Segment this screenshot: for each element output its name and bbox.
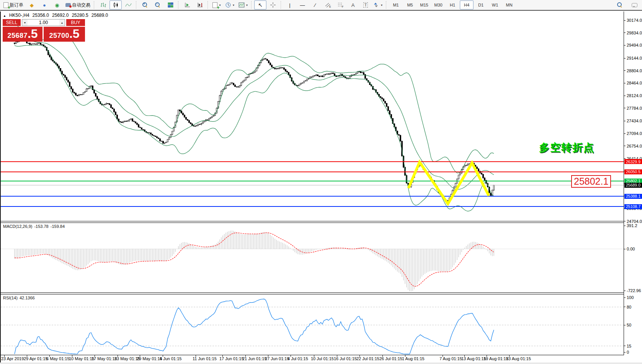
autotrading-button[interactable]: 自动交易 bbox=[64, 0, 92, 10]
rsi-tick-label: 100 bbox=[627, 295, 634, 300]
horizontal-line-icon: — bbox=[300, 3, 305, 8]
text-tool-button[interactable]: A bbox=[347, 0, 359, 10]
price-tick-label: 29834.0 bbox=[627, 31, 642, 35]
ohlc-high: 25692.0 bbox=[52, 13, 69, 18]
periods-button[interactable]: ▾ bbox=[223, 0, 236, 10]
turning-point-annotation[interactable]: 多空转折点 bbox=[539, 141, 595, 154]
auto-scroll-button[interactable] bbox=[181, 0, 193, 10]
time-tick-label: 1 Aug 01:15 bbox=[402, 356, 425, 361]
fibonacci-icon: F bbox=[337, 2, 344, 8]
price-tick bbox=[624, 45, 626, 46]
macd-tick-label: -722.96 bbox=[627, 288, 641, 293]
pane-divider[interactable] bbox=[0, 221, 624, 221]
community-icon: ● bbox=[43, 3, 46, 8]
channel-tool-button[interactable]: E bbox=[322, 0, 334, 10]
toolbar-separator bbox=[94, 1, 95, 9]
trendline-tool-button[interactable]: ∕ bbox=[309, 0, 321, 10]
toolbar-separator bbox=[281, 1, 282, 9]
community-button[interactable]: ● bbox=[38, 0, 51, 10]
bar-chart-button[interactable] bbox=[97, 0, 109, 10]
timeframe-h4[interactable]: H4 bbox=[460, 0, 474, 10]
macd-pane-canvas[interactable] bbox=[0, 223, 624, 292]
toolbar-separator bbox=[178, 1, 180, 9]
chart-shift-icon bbox=[197, 2, 203, 8]
timeframe-m5[interactable]: M5 bbox=[403, 0, 417, 10]
buy-price-fraction: .5 bbox=[69, 28, 80, 39]
chevron-down-icon: ▾ bbox=[233, 3, 234, 7]
volume-up-button[interactable]: ▲ bbox=[59, 20, 65, 26]
price-tick bbox=[624, 133, 626, 134]
ohlc-low: 25280.5 bbox=[72, 13, 88, 18]
templates-button[interactable]: ▾ bbox=[237, 0, 250, 10]
rsi-pane-canvas[interactable] bbox=[0, 294, 624, 355]
pane-divider[interactable] bbox=[0, 294, 624, 294]
price-tick bbox=[624, 221, 626, 221]
timeframe-m30[interactable]: M30 bbox=[431, 0, 445, 10]
new-order-button[interactable]: 新订单 bbox=[2, 0, 25, 10]
vertical-line-tool-button[interactable]: | bbox=[284, 0, 296, 10]
crosshair-tool-button[interactable] bbox=[267, 0, 279, 10]
timeframe-m1[interactable]: M1 bbox=[389, 0, 403, 10]
toolbar-separator bbox=[207, 1, 209, 9]
zoom-out-button[interactable]: − bbox=[152, 0, 164, 10]
time-tick-label: 29 May 01:15 bbox=[137, 356, 162, 361]
sell-button[interactable]: SELL bbox=[3, 19, 21, 26]
timeframe-d1[interactable]: D1 bbox=[474, 0, 488, 10]
toolbar-separator bbox=[136, 1, 137, 9]
price-tick-label: 28124.0 bbox=[627, 93, 642, 98]
volume-down-button[interactable]: ▼ bbox=[22, 20, 28, 26]
line-chart-icon bbox=[125, 2, 132, 8]
cursor-icon: ↖ bbox=[258, 2, 263, 8]
line-chart-button[interactable] bbox=[122, 0, 134, 10]
timeframe-h1[interactable]: H1 bbox=[446, 0, 459, 10]
time-tick-label: 22 Jul 01:15 bbox=[356, 356, 379, 361]
buy-price-button[interactable]: 25700.5 bbox=[44, 27, 85, 42]
main-chart-canvas[interactable] bbox=[0, 11, 624, 221]
arrows-tool-button[interactable]: ▾ bbox=[372, 0, 384, 10]
buy-button[interactable]: BUY bbox=[66, 19, 85, 26]
time-tick-label: 10 Jul 01:15 bbox=[311, 356, 334, 361]
time-tick-label: 26 Jul 01:15 bbox=[379, 356, 402, 361]
price-tick-label: 28804.0 bbox=[627, 68, 642, 73]
text-icon: A bbox=[351, 3, 355, 8]
volume-value[interactable]: 1.00 bbox=[28, 20, 59, 26]
tile-windows-button[interactable] bbox=[164, 0, 176, 10]
rsi-tick bbox=[624, 352, 626, 353]
candlestick-chart-button[interactable] bbox=[109, 0, 122, 10]
horizontal-line-tool-button[interactable]: — bbox=[296, 0, 309, 10]
label-tool-button[interactable]: T bbox=[359, 0, 372, 10]
terminal-window: 新订单 ◆ ● ◉ 自动交易 + − bbox=[0, 0, 642, 364]
indicators-button[interactable]: ▾ bbox=[211, 0, 223, 10]
chart-shift-button[interactable] bbox=[194, 0, 206, 10]
price-tick bbox=[624, 121, 626, 121]
price-tick bbox=[624, 58, 626, 58]
candlestick-chart-icon bbox=[113, 2, 119, 8]
collapse-panel-icon[interactable]: ▲ bbox=[3, 14, 6, 18]
macd-label: MACD(12,26,9) -153.78 -159.84 bbox=[3, 224, 65, 229]
autotrading-label: 自动交易 bbox=[72, 2, 90, 8]
pane-divider[interactable] bbox=[0, 223, 624, 223]
buy-price-main: 25700 bbox=[49, 32, 69, 40]
timeframe-m15[interactable]: M15 bbox=[417, 0, 431, 10]
metaeditor-button[interactable]: ◆ bbox=[26, 0, 38, 10]
zoom-in-button[interactable]: + bbox=[139, 0, 151, 10]
macd-name: MACD(12,26,9) bbox=[3, 224, 32, 229]
level-price-label: 26050.5 bbox=[624, 169, 642, 174]
big-price-label[interactable]: 25802.1 bbox=[571, 175, 611, 188]
time-tick-label: 16 Jul 01:15 bbox=[334, 356, 357, 361]
price-tick-label: 27434.0 bbox=[627, 119, 642, 123]
signals-button[interactable]: ◉ bbox=[51, 0, 63, 10]
timeframe-w1[interactable]: W1 bbox=[488, 0, 502, 10]
fibonacci-tool-button[interactable]: F bbox=[334, 0, 346, 10]
pane-divider[interactable] bbox=[0, 292, 624, 293]
signals-icon: ◉ bbox=[55, 3, 59, 8]
sell-price-button[interactable]: 25687.5 bbox=[3, 27, 42, 42]
symbol-period: HK50-,H4 bbox=[9, 13, 29, 18]
text-label-icon: T bbox=[363, 2, 368, 8]
clock-icon bbox=[225, 2, 231, 8]
search-button[interactable] bbox=[614, 0, 626, 10]
macd-tick bbox=[624, 226, 626, 226]
timeframe-mn[interactable]: MN bbox=[502, 0, 516, 10]
chat-button[interactable] bbox=[628, 0, 640, 10]
cursor-tool-button[interactable]: ↖ bbox=[254, 0, 266, 10]
